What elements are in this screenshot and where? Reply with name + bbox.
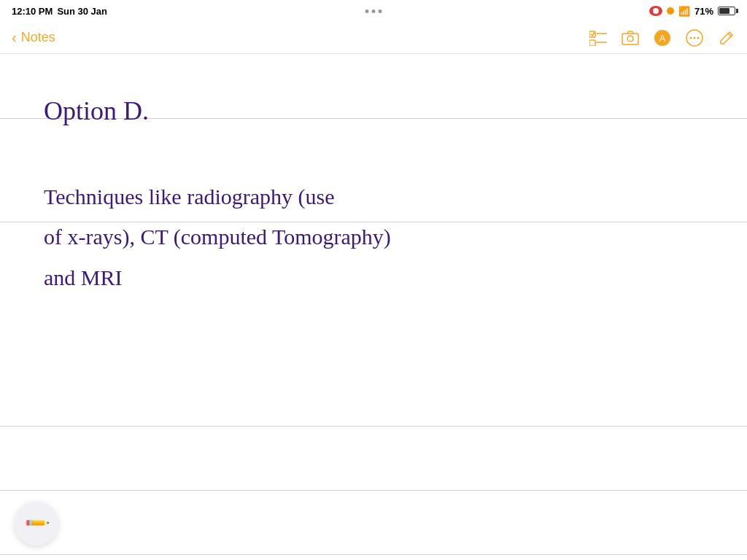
status-dots [365, 9, 382, 13]
dot-2 [372, 9, 376, 13]
camera-icon[interactable] [622, 30, 639, 46]
toolbar-left[interactable]: ‹ Notes [12, 29, 55, 46]
svg-point-12 [694, 36, 696, 39]
handwritten-area: Option D. Techniques like radiography (u… [0, 54, 747, 560]
compose-icon[interactable] [718, 29, 735, 47]
pencil-icon: ✏️ [23, 510, 50, 537]
svg-point-13 [697, 36, 700, 39]
svg-text:A: A [659, 33, 666, 44]
note-content[interactable]: Option D. Techniques like radiography (u… [0, 54, 747, 560]
dot-1 [365, 9, 369, 13]
toolbar-right: A [589, 29, 735, 47]
checklist-icon[interactable] [589, 30, 607, 46]
toolbar: ‹ Notes A [0, 22, 747, 54]
time: 12:10 PM [12, 6, 53, 17]
recording-indicator [649, 6, 662, 16]
status-indicators: 📶 71% [649, 6, 735, 17]
battery-icon [718, 7, 735, 15]
note-heading: Option D. [44, 90, 703, 133]
svg-line-14 [728, 34, 731, 36]
more-icon[interactable] [686, 29, 703, 47]
svg-line-2 [592, 32, 595, 36]
camera-indicator [667, 7, 674, 15]
pencil-button[interactable]: ✏️ [15, 502, 58, 545]
battery-percent: 71% [694, 6, 713, 17]
svg-point-11 [690, 36, 692, 39]
location-icon[interactable]: A [654, 29, 671, 47]
svg-point-7 [627, 36, 633, 42]
status-bar: 12:10 PM Sun 30 Jan 📶 71% [0, 0, 747, 22]
note-body: Techniques like radiography (use of x-ra… [44, 176, 703, 298]
wifi-icon: 📶 [678, 6, 690, 17]
date: Sun 30 Jan [57, 6, 107, 17]
svg-rect-3 [589, 40, 595, 46]
status-time-date: 12:10 PM Sun 30 Jan [12, 6, 107, 17]
back-notes-label[interactable]: Notes [21, 30, 55, 45]
dot-3 [379, 9, 382, 13]
back-arrow-icon[interactable]: ‹ [12, 29, 17, 46]
